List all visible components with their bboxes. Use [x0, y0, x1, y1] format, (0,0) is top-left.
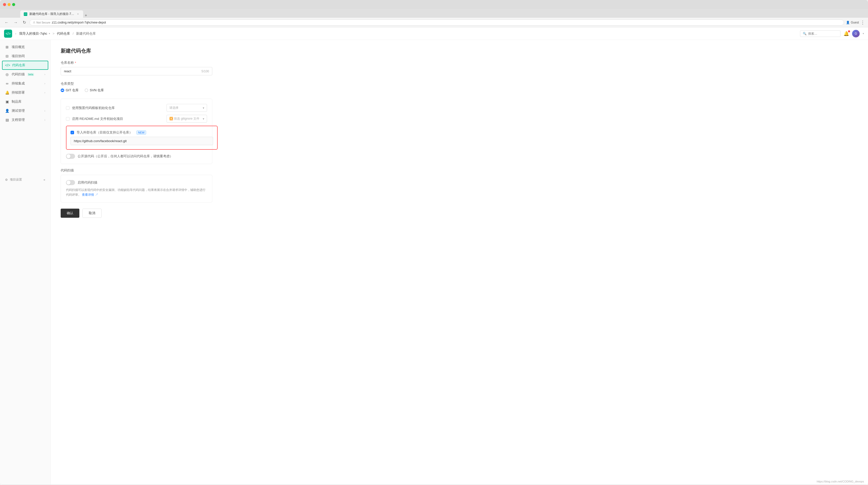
address-bar: ← → ↻ ⚠ Not Secure z11.coding.net/p/impo… — [0, 18, 868, 27]
new-tab-button[interactable]: + — [83, 13, 89, 18]
artifacts-icon: ▣ — [5, 100, 9, 104]
test-icon: 👤 — [5, 109, 9, 113]
breadcrumb-section[interactable]: 代码仓库 — [57, 31, 70, 36]
readme-row: 启用 README.md 文件初始化项目 🔀 筛选 gitignore 文件 ▾ — [66, 115, 207, 123]
external-link-icon: ↗ — [95, 193, 98, 196]
import-label: 导入外部仓库（目前仅支持公开仓库） — [76, 130, 132, 135]
tab-favicon: </> — [24, 12, 27, 16]
beta-badge: beta — [27, 73, 34, 76]
breadcrumb-dropdown-icon[interactable]: ▾ — [49, 32, 50, 35]
repo-name-input[interactable] — [64, 69, 202, 73]
sidebar-item-ci[interactable]: ∞ 持续集成 › — [0, 79, 50, 88]
arrow-icon: › — [44, 110, 45, 112]
sidebar-item-overview[interactable]: ⊞ 项目概览 — [0, 42, 50, 52]
breadcrumb-sep-0: › — [15, 32, 16, 35]
confirm-button[interactable]: 确认 — [61, 209, 80, 218]
address-actions: 👤 Guest ⋮ — [846, 20, 865, 25]
account-button[interactable]: 👤 Guest — [846, 21, 859, 24]
arrow-icon: › — [44, 119, 45, 121]
radio-dot-git — [61, 89, 64, 92]
template-dropdown[interactable]: 请选择 ▾ — [166, 104, 207, 112]
maximize-button[interactable] — [12, 3, 15, 6]
breadcrumb-project[interactable]: 我导入的项目-7qhc — [19, 31, 47, 36]
url-text: z11.coding.net/p/import-7qhc/new-depot — [52, 21, 106, 24]
search-input[interactable] — [808, 32, 838, 35]
reload-button[interactable]: ↻ — [21, 20, 28, 25]
overview-icon: ⊞ — [5, 45, 9, 49]
repo-type-radio-group: GIT 仓库 SVN 仓库 — [61, 88, 858, 93]
browser-tab[interactable]: </> 新建代码仓库 - 我导入的项目-7… × — [20, 10, 83, 18]
code-scan-section: 代码扫描 启用代码扫描 代码扫描可以发现代码中的安全漏洞、功能缺陷等代码问题，结… — [61, 168, 858, 203]
search-box[interactable]: 🔍 — [800, 30, 840, 37]
page-title: 新建代码仓库 — [61, 48, 858, 54]
public-toggle[interactable] — [66, 154, 75, 159]
radio-git[interactable]: GIT 仓库 — [61, 88, 79, 93]
sidebar-item-scan[interactable]: ◎ 代码扫描 beta › — [0, 70, 50, 79]
ci-icon: ∞ — [5, 82, 9, 86]
avatar-text: G — [855, 32, 857, 35]
breadcrumb: 我导入的项目-7qhc ▾ > 代码仓库 / 新建代码仓库 — [19, 31, 96, 36]
avatar-dropdown-icon[interactable]: ▾ — [863, 32, 864, 35]
tab-title: 新建代码仓库 - 我导入的项目-7… — [29, 12, 74, 16]
repo-name-section: 仓库名称 * 5/100 — [61, 60, 858, 75]
readme-checkbox[interactable] — [66, 117, 69, 121]
cancel-button[interactable]: 取消 — [83, 209, 102, 218]
address-box[interactable]: ⚠ Not Secure z11.coding.net/p/import-7qh… — [30, 20, 844, 26]
radio-dot-svn — [85, 89, 88, 92]
radio-label-git: GIT 仓库 — [66, 88, 79, 93]
notification-bell[interactable]: 🔔 — [843, 31, 849, 36]
sidebar: ⊞ 项目概览 ⊟ 项目协同 </> 代码仓库 ◎ 代码扫描 beta › — [0, 40, 51, 484]
minimize-button[interactable] — [8, 3, 11, 6]
guest-label: Guest — [851, 21, 859, 24]
more-options-button[interactable]: ⋮ — [860, 20, 865, 25]
sidebar-item-artifacts[interactable]: ▣ 制品库 — [0, 97, 50, 106]
sidebar-settings[interactable]: ⚙ 项目设置 « — [0, 175, 50, 184]
browser-frame: </> 新建代码仓库 - 我导入的项目-7… × + ← → ↻ ⚠ Not S… — [0, 0, 868, 485]
radio-label-svn: SVN 仓库 — [90, 88, 104, 93]
code-scan-link[interactable]: 查看详情 ↗ — [82, 193, 98, 196]
required-star: * — [75, 61, 76, 65]
template-placeholder: 请选择 — [169, 106, 179, 110]
sidebar-item-label: 文档管理 — [12, 118, 25, 122]
avatar[interactable]: G — [852, 30, 860, 37]
dropdown-chevron-icon2: ▾ — [203, 117, 204, 121]
header-right: 🔍 🔔 G ▾ — [800, 30, 864, 37]
notification-badge — [848, 30, 850, 32]
sidebar-item-collab[interactable]: ⊟ 项目协同 — [0, 52, 50, 61]
collab-icon: ⊟ — [5, 54, 9, 58]
sidebar-item-docs[interactable]: ▤ 文档管理 › — [0, 115, 50, 124]
tab-close-button[interactable]: × — [76, 12, 80, 16]
back-button[interactable]: ← — [3, 20, 10, 25]
code-scan-description: 代码扫描可以发现代码中的安全漏洞、功能缺陷等代码问题，结果将展示在合并请求详情中… — [66, 188, 207, 197]
cd-icon: 🔔 — [5, 91, 9, 95]
repo-type-label: 仓库类型 — [61, 82, 858, 86]
arrow-icon: › — [44, 91, 45, 94]
logo-icon: </> — [6, 32, 11, 36]
sidebar-item-depot[interactable]: </> 代码仓库 — [2, 61, 48, 70]
sidebar-item-test[interactable]: 👤 测试管理 › — [0, 106, 50, 115]
scan-toggle[interactable] — [66, 180, 75, 185]
browser-titlebar — [0, 0, 868, 9]
public-label: 公开源代码（公开后，任何人都可以访问代码仓库，请慎重考虑） — [78, 154, 173, 158]
repo-name-input-wrapper[interactable]: 5/100 — [61, 67, 212, 75]
collapse-icon: « — [43, 178, 45, 182]
sidebar-item-label: 项目协同 — [12, 54, 25, 58]
depot-icon: </> — [6, 63, 10, 67]
options-card: 使用预置代码模板初始化仓库 请选择 ▾ 启用 README.md 文件初始化项目… — [61, 99, 212, 164]
template-row: 使用预置代码模板初始化仓库 请选择 ▾ — [66, 104, 207, 112]
gitignore-dropdown[interactable]: 🔀 筛选 gitignore 文件 ▾ — [166, 115, 207, 123]
main-content: 新建代码仓库 仓库名称 * 5/100 仓库类型 — [51, 40, 868, 484]
import-url-input[interactable] — [70, 137, 213, 145]
close-button[interactable] — [3, 3, 6, 6]
template-checkbox[interactable] — [66, 106, 69, 110]
radio-svn[interactable]: SVN 仓库 — [85, 88, 104, 93]
import-section: ✓ 导入外部仓库（目前仅支持公开仓库） NEW — [66, 126, 218, 150]
action-buttons: 确认 取消 — [61, 209, 858, 218]
breadcrumb-sep-2: / — [72, 32, 73, 35]
app-container: </> › 我导入的项目-7qhc ▾ > 代码仓库 / 新建代码仓库 🔍 🔔 — [0, 27, 868, 484]
search-icon: 🔍 — [803, 32, 807, 35]
sidebar-item-cd[interactable]: 🔔 持续部署 › — [0, 88, 50, 97]
import-checkbox[interactable]: ✓ — [70, 131, 74, 134]
arrow-icon: › — [44, 73, 45, 76]
forward-button[interactable]: → — [12, 20, 19, 25]
